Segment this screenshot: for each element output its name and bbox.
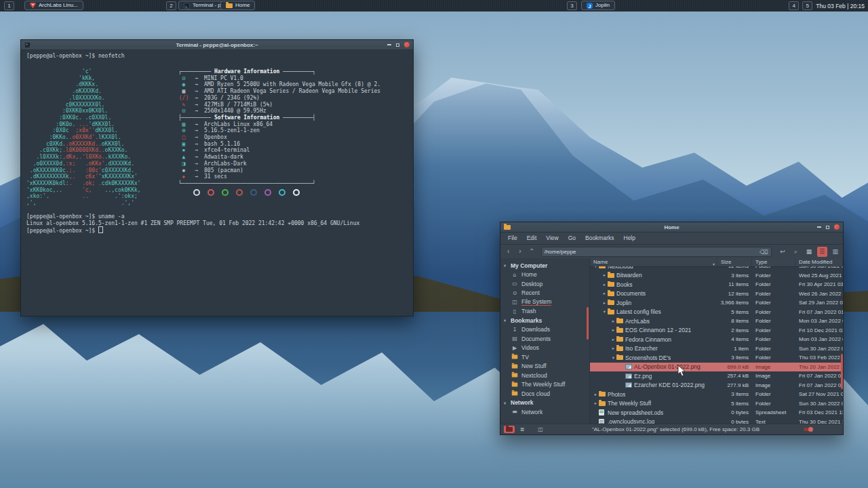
- clear-path-icon[interactable]: ⌫: [760, 249, 768, 256]
- workspace-badge-3[interactable]: 3: [567, 1, 577, 10]
- neofetch-section-header: ┌───────── Hardware Information ────────…: [178, 68, 380, 75]
- jump-to-icon[interactable]: ↩: [778, 247, 787, 257]
- up-button[interactable]: ⌃: [527, 247, 537, 257]
- sidebar-item-tv[interactable]: TV: [500, 352, 589, 362]
- table-row-latest-config-files[interactable]: ▾Latest config files5 itemsFolderFri 07 …: [590, 308, 843, 317]
- column-header-size[interactable]: Size: [717, 258, 752, 266]
- table-row-joplin[interactable]: ▸Joplin3,966 itemsFolderSat 29 Jan 2022 …: [590, 298, 843, 308]
- sidebar-item-label: Downloads: [521, 326, 550, 333]
- menu-bookmarks[interactable]: Bookmarks: [580, 232, 619, 244]
- workspace-badge-2[interactable]: 2: [166, 1, 176, 10]
- task-button-archlabs-linu-[interactable]: ArchLabs Linu...: [24, 1, 83, 10]
- sidebar-section-network[interactable]: ▾Network: [500, 399, 589, 408]
- sidebar-item-new-stuff[interactable]: New Stuff: [500, 362, 589, 371]
- table-row-al-openbox-01-2022-png[interactable]: AL-Openbox 01-2022.png699.0 kBImageThu 2…: [590, 363, 843, 372]
- workspace-badge-5[interactable]: 5: [802, 1, 812, 10]
- sidebar-item-docs-cloud[interactable]: Docs cloud: [500, 389, 589, 399]
- sidebar-item-recent[interactable]: ⊙Recent: [500, 289, 589, 298]
- expander-closed-icon[interactable]: ▸: [593, 401, 599, 406]
- minimize-icon[interactable]: [387, 44, 391, 45]
- menu-help[interactable]: Help: [619, 232, 640, 244]
- task-button-joplin[interactable]: Joplin: [581, 1, 615, 10]
- sidebar-item-trash[interactable]: ▯Trash: [500, 307, 589, 317]
- menu-file[interactable]: File: [503, 232, 522, 244]
- file-icon-cell: [608, 291, 616, 296]
- status-toggle[interactable]: [804, 428, 812, 431]
- hidden-pane-button[interactable]: ◫: [535, 426, 546, 433]
- back-button[interactable]: ‹: [503, 247, 513, 257]
- list-view-button[interactable]: ☰: [817, 247, 827, 257]
- expander-closed-icon[interactable]: ▸: [601, 272, 608, 278]
- expander-open-icon[interactable]: ▾: [601, 309, 608, 314]
- table-row-archlabs[interactable]: ▸ArchLabs8 itemsFolderMon 03 Jan 2022 01: [590, 317, 843, 326]
- column-header-date[interactable]: Date Modified: [795, 258, 843, 266]
- ascii-line: .o0XXXX0d,:x; .oKKx'.dXXXXKd.: [26, 161, 141, 167]
- sort-descending-icon: ▾: [713, 260, 715, 266]
- sidebar-item-videos[interactable]: ▶Videos: [500, 344, 589, 353]
- expander-closed-icon[interactable]: ▸: [601, 300, 608, 306]
- expander-closed-icon[interactable]: ▸: [610, 337, 616, 342]
- sidebar-section-my-computer[interactable]: ▾My Computer: [500, 261, 589, 270]
- compact-view-button[interactable]: ▥: [831, 247, 840, 257]
- terminal-content[interactable]: [peppe@al-openbox ~]$ neofetch 'c' 'kKk,…: [21, 50, 413, 316]
- sidebar-item-home[interactable]: ⌂Home: [500, 270, 589, 280]
- expander-closed-icon[interactable]: ▸: [610, 319, 616, 324]
- maximize-icon[interactable]: [826, 226, 829, 229]
- file-name-cell: AL-Openbox 01-2022.png: [590, 363, 717, 370]
- path-input[interactable]: /home/peppe ⌫: [541, 247, 772, 257]
- menu-edit[interactable]: Edit: [522, 232, 542, 244]
- file-manager-titlebar[interactable]: Home: [500, 222, 843, 232]
- sidebar-scrollbar[interactable]: [587, 307, 589, 340]
- table-row-bitwarden[interactable]: ▸Bitwarden3 itemsFolderWed 25 Aug 2021 0…: [590, 271, 843, 281]
- sidebar-item-network[interactable]: ▬Network: [500, 407, 589, 417]
- workspace-badge-1[interactable]: 1: [4, 1, 14, 10]
- expander-closed-icon[interactable]: ▸: [601, 282, 608, 287]
- sidebar-item-the-weekly-stuff[interactable]: The Weekly Stuff: [500, 380, 589, 390]
- table-row-fedora-cinnamon[interactable]: ▸Fedora Cinnamon4 itemsFolderMon 03 Jan …: [590, 335, 843, 344]
- file-type: Folder: [752, 318, 795, 324]
- table-row-eos-cinnamon-12-2021[interactable]: ▸EOS Cinnamon 12 - 20212 itemsFolderFri …: [590, 326, 843, 336]
- sidebar-item-documents[interactable]: ▤Documents: [500, 334, 589, 344]
- table-row-new-spreadsheet-ods[interactable]: New spreadsheet.ods0 bytesSpreadsheetFri…: [590, 408, 843, 418]
- expander-open-icon[interactable]: ▾: [610, 355, 616, 361]
- list-scrollbar[interactable]: [841, 354, 843, 389]
- task-button-home[interactable]: Home: [220, 1, 255, 10]
- sidebar-item-desktop[interactable]: ▭Desktop: [500, 279, 589, 289]
- table-row-books[interactable]: ▸Books11 itemsFolderFri 30 Apr 2021 03:: [590, 280, 843, 289]
- expander-closed-icon[interactable]: ▸: [593, 392, 599, 397]
- table-row-ez-png[interactable]: Ez.png257.4 kBImageFri 07 Jan 2022 07:: [590, 371, 843, 381]
- close-icon[interactable]: [834, 224, 840, 230]
- table-row-iso-ezarcher[interactable]: ▸Iso Ezarcher1 itemFolderSun 30 Jan 2022…: [590, 344, 843, 354]
- sidebar-item-nextcloud[interactable]: Nextcloud: [500, 371, 589, 380]
- table-row-photos[interactable]: ▸Photos3 itemsFolderSat 27 Nov 2021 05: [590, 390, 843, 399]
- workspace-badge-4[interactable]: 4: [789, 1, 799, 10]
- table-row-documents[interactable]: ▸Documents12 itemsFolderWed 26 Jan 2022 …: [590, 289, 843, 299]
- search-icon[interactable]: ⌕: [791, 247, 800, 257]
- places-pane-button[interactable]: [504, 426, 515, 433]
- ascii-line: ,', .',': [26, 200, 141, 207]
- icon-view-button[interactable]: ▦: [804, 247, 814, 257]
- expander-open-icon[interactable]: ▾: [593, 266, 599, 269]
- close-icon[interactable]: [404, 42, 410, 47]
- directory-tree-pane-button[interactable]: ≣: [517, 426, 528, 433]
- expander-closed-icon[interactable]: ▸: [610, 327, 616, 333]
- taskbar: 1ArchLabs Linu...2Terminal - pep...Home3…: [0, 0, 868, 12]
- table-row-the-weekly-stuff[interactable]: ▸The Weekly Stuff5 itemsFolderSun 30 Jan…: [590, 399, 843, 409]
- column-header-name[interactable]: Name▾: [590, 258, 717, 266]
- terminal-titlebar[interactable]: Terminal - peppe@al-openbox:~: [21, 40, 413, 50]
- expander-closed-icon[interactable]: ▸: [610, 346, 616, 351]
- table-row-ezarcher-kde-01-2022-png[interactable]: Ezarcher KDE 01-2022.png277.9 kBImageFri…: [590, 381, 843, 390]
- forward-button[interactable]: ›: [515, 247, 525, 257]
- sidebar-section-bookmarks[interactable]: ▾Bookmarks: [500, 316, 589, 325]
- neofetch-value: 805 (pacman): [204, 167, 243, 174]
- table-row-screenshots-de-s[interactable]: ▾Screenshots DE's3 itemsFolderThu 03 Feb…: [590, 353, 843, 363]
- menu-view[interactable]: View: [541, 232, 563, 244]
- sidebar-item-downloads[interactable]: ↧Downloads: [500, 325, 589, 335]
- column-header-type[interactable]: Type: [752, 258, 795, 266]
- maximize-icon[interactable]: [396, 43, 399, 47]
- menu-go[interactable]: Go: [564, 232, 580, 244]
- expander-closed-icon[interactable]: ▸: [601, 291, 608, 296]
- neofetch-row: ✱→805 (pacman): [178, 167, 380, 174]
- sidebar-item-file-system[interactable]: ◫File System: [500, 298, 589, 307]
- minimize-icon[interactable]: [817, 226, 821, 228]
